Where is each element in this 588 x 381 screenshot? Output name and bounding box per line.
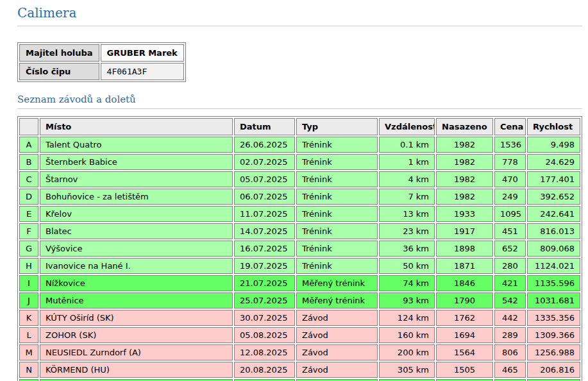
- race-distance: 23 km: [379, 223, 435, 239]
- race-type: Trénink: [296, 206, 378, 222]
- content-area: Calimera Majitel holuba GRUBER Marek Čís…: [0, 0, 588, 381]
- race-speed: 1031.681: [527, 292, 580, 309]
- race-letter: L: [19, 327, 38, 343]
- race-speed: 1256.988: [527, 344, 580, 360]
- race-distance: 124 km: [379, 310, 435, 326]
- column-header-letter: [19, 118, 38, 135]
- race-type: Trénink: [296, 241, 378, 257]
- race-distance: 1 km: [379, 154, 435, 170]
- race-row: A Talent Quatro 26.06.2025 Trénink 0.1 k…: [19, 137, 580, 153]
- race-distance: 7 km: [379, 189, 435, 205]
- races-table-body: A Talent Quatro 26.06.2025 Trénink 0.1 k…: [19, 137, 580, 381]
- race-type: Trénink: [296, 137, 378, 153]
- race-row: D Bohuňovice - za letištěm 06.07.2025 Tr…: [19, 189, 580, 205]
- race-speed: 206.816: [527, 362, 580, 378]
- race-type: Měřený trénink: [296, 292, 378, 309]
- race-letter: M: [19, 344, 38, 360]
- race-type: Měřený trénink: [296, 275, 378, 291]
- race-place: Výšovice: [40, 241, 233, 257]
- pigeon-info-table: Majitel holuba GRUBER Marek Číslo čipu 4…: [17, 42, 186, 82]
- race-price: 652: [494, 241, 526, 257]
- race-entered-count: 1933: [436, 206, 493, 222]
- race-price: 465: [494, 362, 526, 378]
- race-price: 1095: [494, 206, 526, 222]
- race-place: Šternberk Babice: [40, 154, 233, 170]
- race-speed: 24.629: [527, 154, 580, 170]
- race-place: Křelov: [40, 206, 233, 222]
- race-price: 806: [494, 344, 526, 360]
- race-letter: B: [19, 154, 38, 170]
- race-distance: 93 km: [379, 292, 435, 309]
- race-speed: 392.652: [527, 189, 580, 205]
- race-speed: 1124.021: [527, 258, 580, 274]
- race-distance: 36 km: [379, 241, 435, 257]
- race-entered-count: 1982: [436, 171, 493, 187]
- race-type: Trénink: [296, 154, 378, 170]
- info-value-owner: GRUBER Marek: [101, 44, 184, 62]
- race-date: 16.07.2025: [234, 241, 295, 257]
- race-distance: 160 km: [379, 327, 435, 343]
- race-speed: 9.498: [527, 137, 580, 153]
- race-letter: G: [19, 241, 38, 257]
- race-place: Štarnov: [40, 171, 233, 187]
- race-entered-count: 1505: [436, 362, 493, 378]
- race-distance: 50 km: [379, 258, 435, 274]
- race-date: 06.07.2025: [234, 189, 295, 205]
- race-speed: 816.013: [527, 223, 580, 239]
- race-speed: 1135.596: [527, 275, 580, 291]
- race-speed: 177.401: [527, 171, 580, 187]
- race-speed: 809.068: [527, 241, 580, 257]
- race-type: Trénink: [296, 171, 378, 187]
- race-distance: 0.1 km: [379, 137, 435, 153]
- race-type: Trénink: [296, 258, 378, 274]
- race-entered-count: 1694: [436, 327, 493, 343]
- column-header-vzdalenost: Vzdálenost: [379, 118, 435, 135]
- race-price: 442: [494, 310, 526, 326]
- race-speed: 1309.366: [527, 327, 580, 343]
- race-letter: N: [19, 362, 38, 378]
- race-row: B Šternberk Babice 02.07.2025 Trénink 1 …: [19, 154, 580, 170]
- race-letter: H: [19, 258, 38, 274]
- race-type: Trénink: [296, 223, 378, 239]
- race-row: M NEUSIEDL Zurndorf (A) 12.08.2025 Závod…: [19, 344, 580, 360]
- races-header-row: Místo Datum Typ Vzdálenost Nasazeno Cena…: [19, 118, 580, 135]
- race-date: 14.07.2025: [234, 223, 295, 239]
- race-row: I Nížkovice 21.07.2025 Měřený trénink 74…: [19, 275, 580, 291]
- race-date: 05.07.2025: [234, 171, 295, 187]
- column-header-rychlost: Rychlost: [527, 118, 580, 135]
- info-label-owner: Majitel holuba: [19, 44, 99, 62]
- race-type: Trénink: [296, 189, 378, 205]
- info-label-chip: Číslo čipu: [19, 63, 99, 80]
- race-letter: I: [19, 275, 38, 291]
- race-entered-count: 1982: [436, 189, 493, 205]
- race-row: K KÚTY Oširíd (SK) 30.07.2025 Závod 124 …: [19, 310, 580, 326]
- race-distance: 74 km: [379, 275, 435, 291]
- column-header-typ: Typ: [296, 118, 378, 135]
- race-entered-count: 1898: [436, 241, 493, 257]
- race-place: Nížkovice: [40, 275, 233, 291]
- race-row: C Štarnov 05.07.2025 Trénink 4 km 1982 4…: [19, 171, 580, 187]
- races-table: Místo Datum Typ Vzdálenost Nasazeno Cena…: [17, 116, 582, 381]
- race-date: 26.06.2025: [234, 137, 295, 153]
- column-header-cena: Cena: [494, 118, 526, 135]
- race-speed: 242.641: [527, 206, 580, 222]
- race-price: 1536: [494, 137, 526, 153]
- page-title: Calimera: [17, 5, 582, 26]
- race-price: 249: [494, 189, 526, 205]
- race-place: Bohuňovice - za letištěm: [40, 189, 233, 205]
- race-price: 778: [494, 154, 526, 170]
- race-entered-count: 1917: [436, 223, 493, 239]
- race-entered-count: 1846: [436, 275, 493, 291]
- race-date: 05.08.2025: [234, 327, 295, 343]
- race-letter: K: [19, 310, 38, 326]
- race-type: Závod: [296, 310, 378, 326]
- race-price: 421: [494, 275, 526, 291]
- race-distance: 200 km: [379, 344, 435, 360]
- race-date: 20.08.2025: [234, 362, 295, 378]
- race-entered-count: 1982: [436, 137, 493, 153]
- race-date: 21.07.2025: [234, 275, 295, 291]
- race-place: Ivanovice na Hané I.: [40, 258, 233, 274]
- race-entered-count: 1564: [436, 344, 493, 360]
- race-type: Závod: [296, 362, 378, 378]
- race-price: 470: [494, 171, 526, 187]
